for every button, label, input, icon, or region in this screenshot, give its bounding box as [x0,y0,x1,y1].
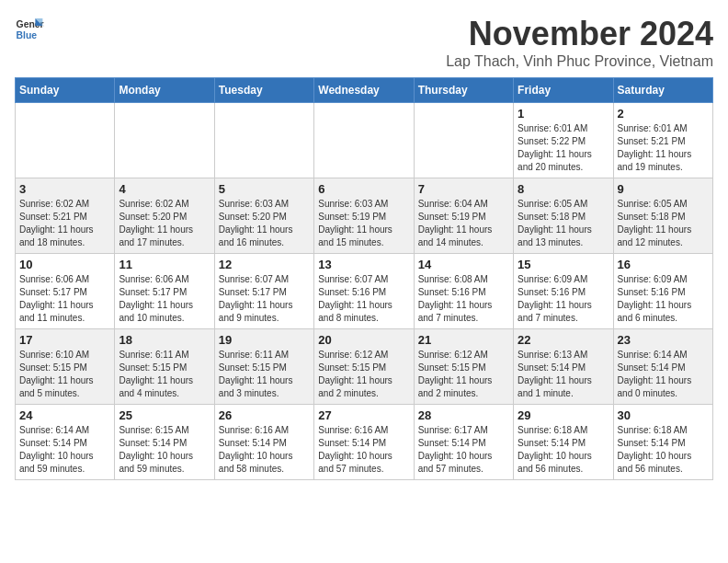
day-info: Sunrise: 6:11 AM Sunset: 5:15 PM Dayligh… [119,349,210,400]
calendar-day-cell [16,103,115,178]
calendar-day-cell: 23Sunrise: 6:14 AM Sunset: 5:14 PM Dayli… [613,329,712,405]
calendar-day-cell: 4Sunrise: 6:02 AM Sunset: 5:20 PM Daylig… [115,178,214,254]
calendar-day-cell: 28Sunrise: 6:17 AM Sunset: 5:14 PM Dayli… [414,405,513,480]
day-info: Sunrise: 6:13 AM Sunset: 5:14 PM Dayligh… [518,349,609,400]
day-number: 21 [418,333,509,347]
title-section: November 2024 Lap Thach, Vinh Phuc Provi… [446,15,713,70]
day-number: 11 [119,258,210,271]
day-info: Sunrise: 6:14 AM Sunset: 5:14 PM Dayligh… [618,349,709,400]
calendar-day-cell: 17Sunrise: 6:10 AM Sunset: 5:15 PM Dayli… [16,329,115,405]
day-info: Sunrise: 6:10 AM Sunset: 5:15 PM Dayligh… [19,349,110,400]
weekday-header: Friday [514,78,613,103]
calendar-day-cell: 16Sunrise: 6:09 AM Sunset: 5:16 PM Dayli… [613,254,712,329]
day-info: Sunrise: 6:16 AM Sunset: 5:14 PM Dayligh… [318,424,409,476]
day-number: 23 [618,333,709,347]
calendar-day-cell: 29Sunrise: 6:18 AM Sunset: 5:14 PM Dayli… [514,405,613,480]
calendar-day-cell: 12Sunrise: 6:07 AM Sunset: 5:17 PM Dayli… [214,254,313,329]
day-info: Sunrise: 6:01 AM Sunset: 5:22 PM Dayligh… [518,122,609,174]
calendar-day-cell: 25Sunrise: 6:15 AM Sunset: 5:14 PM Dayli… [115,405,214,480]
calendar-day-cell: 20Sunrise: 6:12 AM Sunset: 5:15 PM Dayli… [314,329,414,405]
day-number: 19 [219,333,310,347]
day-number: 8 [518,182,609,196]
day-info: Sunrise: 6:03 AM Sunset: 5:19 PM Dayligh… [318,198,409,249]
calendar-day-cell: 18Sunrise: 6:11 AM Sunset: 5:15 PM Dayli… [115,329,214,405]
day-info: Sunrise: 6:16 AM Sunset: 5:14 PM Dayligh… [219,424,310,476]
location-title: Lap Thach, Vinh Phuc Province, Vietnam [446,53,713,70]
day-number: 22 [518,333,609,347]
day-number: 1 [518,107,609,121]
day-info: Sunrise: 6:02 AM Sunset: 5:20 PM Dayligh… [119,198,210,249]
day-number: 17 [19,333,110,347]
weekday-header: Sunday [16,78,115,103]
day-number: 13 [318,258,409,271]
logo: General Blue General Blue [15,15,44,44]
day-info: Sunrise: 6:07 AM Sunset: 5:16 PM Dayligh… [318,273,409,325]
day-info: Sunrise: 6:18 AM Sunset: 5:14 PM Dayligh… [618,424,709,476]
month-title: November 2024 [446,15,713,53]
day-info: Sunrise: 6:12 AM Sunset: 5:15 PM Dayligh… [418,349,509,400]
calendar-day-cell: 13Sunrise: 6:07 AM Sunset: 5:16 PM Dayli… [314,254,414,329]
day-number: 28 [418,408,509,422]
day-info: Sunrise: 6:03 AM Sunset: 5:20 PM Dayligh… [219,198,310,249]
day-info: Sunrise: 6:06 AM Sunset: 5:17 PM Dayligh… [19,273,110,325]
day-info: Sunrise: 6:09 AM Sunset: 5:16 PM Dayligh… [618,273,709,325]
day-info: Sunrise: 6:06 AM Sunset: 5:17 PM Dayligh… [119,273,210,325]
day-number: 5 [219,182,310,196]
svg-text:Blue: Blue [17,30,38,40]
page-header: General Blue General Blue November 2024 … [15,15,713,70]
weekday-header: Wednesday [314,78,414,103]
calendar-day-cell: 2Sunrise: 6:01 AM Sunset: 5:21 PM Daylig… [613,103,712,178]
calendar-week-row: 10Sunrise: 6:06 AM Sunset: 5:17 PM Dayli… [16,254,713,329]
day-number: 2 [618,107,709,121]
day-number: 9 [618,182,709,196]
day-info: Sunrise: 6:09 AM Sunset: 5:16 PM Dayligh… [518,273,609,325]
calendar-day-cell: 26Sunrise: 6:16 AM Sunset: 5:14 PM Dayli… [214,405,313,480]
weekday-header: Thursday [414,78,513,103]
day-number: 20 [318,333,409,347]
day-info: Sunrise: 6:14 AM Sunset: 5:14 PM Dayligh… [19,424,110,476]
calendar-week-row: 24Sunrise: 6:14 AM Sunset: 5:14 PM Dayli… [16,405,713,480]
day-number: 29 [518,408,609,422]
calendar-day-cell: 5Sunrise: 6:03 AM Sunset: 5:20 PM Daylig… [214,178,313,254]
calendar-day-cell: 15Sunrise: 6:09 AM Sunset: 5:16 PM Dayli… [514,254,613,329]
calendar-day-cell: 8Sunrise: 6:05 AM Sunset: 5:18 PM Daylig… [514,178,613,254]
day-number: 24 [19,408,110,422]
day-info: Sunrise: 6:15 AM Sunset: 5:14 PM Dayligh… [119,424,210,476]
day-number: 30 [618,408,709,422]
day-number: 18 [119,333,210,347]
weekday-header: Tuesday [214,78,313,103]
day-number: 12 [219,258,310,271]
day-number: 25 [119,408,210,422]
day-number: 3 [19,182,110,196]
calendar-day-cell: 11Sunrise: 6:06 AM Sunset: 5:17 PM Dayli… [115,254,214,329]
day-number: 4 [119,182,210,196]
calendar-day-cell: 14Sunrise: 6:08 AM Sunset: 5:16 PM Dayli… [414,254,513,329]
calendar-day-cell: 30Sunrise: 6:18 AM Sunset: 5:14 PM Dayli… [613,405,712,480]
calendar-week-row: 17Sunrise: 6:10 AM Sunset: 5:15 PM Dayli… [16,329,713,405]
calendar-day-cell [314,103,414,178]
calendar-day-cell: 19Sunrise: 6:11 AM Sunset: 5:15 PM Dayli… [214,329,313,405]
day-number: 6 [318,182,409,196]
calendar-day-cell: 9Sunrise: 6:05 AM Sunset: 5:18 PM Daylig… [613,178,712,254]
day-info: Sunrise: 6:05 AM Sunset: 5:18 PM Dayligh… [518,198,609,249]
calendar-day-cell: 1Sunrise: 6:01 AM Sunset: 5:22 PM Daylig… [514,103,613,178]
header-row: SundayMondayTuesdayWednesdayThursdayFrid… [16,78,713,103]
day-number: 10 [19,258,110,271]
calendar-day-cell [214,103,313,178]
day-info: Sunrise: 6:07 AM Sunset: 5:17 PM Dayligh… [219,273,310,325]
calendar-week-row: 1Sunrise: 6:01 AM Sunset: 5:22 PM Daylig… [16,103,713,178]
calendar-day-cell: 24Sunrise: 6:14 AM Sunset: 5:14 PM Dayli… [16,405,115,480]
calendar-day-cell: 7Sunrise: 6:04 AM Sunset: 5:19 PM Daylig… [414,178,513,254]
day-number: 15 [518,258,609,271]
weekday-header: Saturday [613,78,712,103]
calendar-day-cell: 27Sunrise: 6:16 AM Sunset: 5:14 PM Dayli… [314,405,414,480]
day-info: Sunrise: 6:05 AM Sunset: 5:18 PM Dayligh… [618,198,709,249]
calendar-day-cell: 3Sunrise: 6:02 AM Sunset: 5:21 PM Daylig… [16,178,115,254]
calendar-day-cell: 21Sunrise: 6:12 AM Sunset: 5:15 PM Dayli… [414,329,513,405]
day-number: 7 [418,182,509,196]
weekday-header: Monday [115,78,214,103]
calendar-day-cell: 22Sunrise: 6:13 AM Sunset: 5:14 PM Dayli… [514,329,613,405]
day-number: 26 [219,408,310,422]
day-number: 27 [318,408,409,422]
day-info: Sunrise: 6:11 AM Sunset: 5:15 PM Dayligh… [219,349,310,400]
